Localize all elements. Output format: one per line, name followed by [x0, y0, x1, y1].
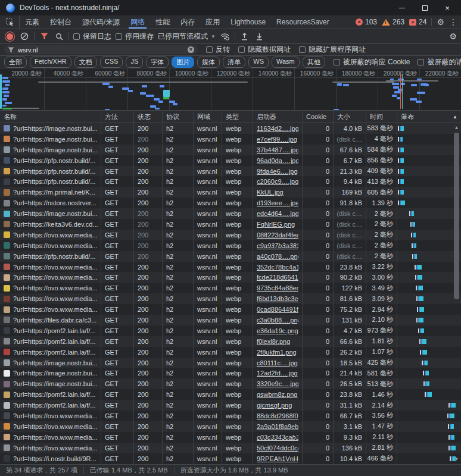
- initiator-link[interactable]: c03c3343cab3ee: [257, 434, 298, 441]
- preserve-log-checkbox[interactable]: 保留日志: [73, 32, 111, 42]
- request-row[interactable]: ?url=https://image.nostr.bui...GET200h2w…: [0, 368, 461, 378]
- column-header-名称[interactable]: 名称: [0, 111, 101, 123]
- request-row[interactable]: ?url=https://ovo.wxw.media...GET200h2wsr…: [0, 272, 461, 283]
- request-row[interactable]: ?url=https://pfp.nostr.build/...GET200h2…: [0, 166, 461, 177]
- checkbox-被屏蔽的请求[interactable]: 被屏蔽的请求: [418, 57, 461, 67]
- scroll-up-arrow[interactable]: ▲: [453, 124, 460, 131]
- checkbox-被屏蔽的响应 Cookie[interactable]: 被屏蔽的响应 Cookie: [334, 57, 410, 67]
- initiator-link[interactable]: 9735c84a88ed48: [257, 284, 298, 292]
- tab-ResourcesSaver[interactable]: ResourcesSaver: [271, 15, 335, 29]
- initiator-link[interactable]: gjcmsgf.png: [257, 402, 292, 409]
- request-row[interactable]: ?url=https://files.dabr.ca/c3...GET200h2…: [0, 315, 461, 325]
- export-har-icon[interactable]: [254, 31, 265, 42]
- column-header-协议[interactable]: 协议: [163, 111, 194, 123]
- clear-filter-icon[interactable]: ×: [188, 46, 194, 53]
- request-row[interactable]: ?url=https://i.nostr.build/9R...GET200h2…: [0, 453, 461, 464]
- settings-gear-icon[interactable]: ⚙: [437, 17, 444, 27]
- tab-性能[interactable]: 性能: [150, 15, 175, 29]
- tab-网络[interactable]: 网络: [125, 15, 150, 29]
- initiator-link[interactable]: 2f8ukfm1.png: [257, 349, 297, 356]
- request-row[interactable]: ?url=https://pfp.nostr.build/...GET200h2…: [0, 176, 461, 187]
- request-row[interactable]: ?url=https://m.primal.net/K...GET200h2ws…: [0, 187, 461, 198]
- clear-network-log-button[interactable]: [19, 31, 30, 42]
- request-row[interactable]: ?url=https://ovo.wxw.media...GET200h2wsr…: [0, 304, 461, 315]
- request-row[interactable]: ?url=https://image.nostr.bui...GET200h2w…: [0, 378, 461, 389]
- column-header-Cookie[interactable]: Cookie: [303, 111, 334, 123]
- initiator-link[interactable]: 9fda4e6….jpg: [257, 168, 298, 175]
- column-header-方法[interactable]: 方法: [101, 111, 134, 123]
- issues-badge[interactable]: ×24: [409, 18, 426, 26]
- chip-WS[interactable]: WS: [248, 57, 269, 68]
- request-row[interactable]: ?url=https://image.nostr.bui...GET200h2w…: [0, 358, 461, 368]
- request-row[interactable]: ?url=https://image.nostr.bui...GET200h2w…: [0, 134, 461, 145]
- throttling-dropdown[interactable]: 已停用节流模式▼: [158, 32, 216, 42]
- console-errors-badge[interactable]: ×103: [356, 18, 377, 26]
- request-row[interactable]: ?url=https://image.nostr.bui...GET200h2w…: [0, 123, 461, 134]
- network-overview-timeline[interactable]: 20000 毫秒40000 毫秒60000 毫秒80000 毫秒100000 毫…: [0, 68, 461, 111]
- initiator-link[interactable]: 50cf074ddc0ce9: [257, 444, 298, 452]
- chip-Wasm[interactable]: Wasm: [272, 57, 300, 68]
- column-header-瀑布[interactable]: 瀑布▲: [397, 111, 461, 123]
- scrollbar-thumb[interactable]: [454, 133, 459, 299]
- filter-input[interactable]: [18, 46, 184, 54]
- import-har-icon[interactable]: [239, 31, 250, 42]
- inspect-element-icon[interactable]: [4, 17, 15, 27]
- initiator-link[interactable]: FqNrlEG.png: [257, 221, 295, 228]
- column-header-类型[interactable]: 类型: [222, 111, 253, 123]
- tab-内存[interactable]: 内存: [175, 15, 200, 29]
- maximize-button[interactable]: [415, 1, 435, 14]
- initiator-link[interactable]: a40c078….png: [257, 253, 298, 260]
- request-row[interactable]: ?url=https://pfp.nostr.build/...GET200h2…: [0, 251, 461, 262]
- scroll-down-arrow[interactable]: ▼: [453, 456, 460, 463]
- initiator-link[interactable]: fcde218d6541c6: [257, 274, 298, 281]
- initiator-link[interactable]: qswbrn8z.png: [257, 391, 298, 398]
- column-header-状态[interactable]: 状态: [134, 111, 163, 123]
- request-row[interactable]: ?url=https://pomf2.lain.la/f/...GET200h2…: [0, 336, 461, 347]
- initiator-link[interactable]: e7cef99….jpg: [257, 136, 297, 143]
- filter-icon[interactable]: [39, 31, 49, 42]
- initiator-link[interactable]: c2060c9….jpg: [257, 178, 298, 185]
- initiator-link[interactable]: 0cad8864491fc0: [257, 306, 298, 313]
- request-row[interactable]: ?url=https://pomf2.lain.la/f/...GET200h2…: [0, 389, 461, 400]
- initiator-link[interactable]: 352dc78bc4a11e: [257, 264, 298, 271]
- chip-Fetch/XHR[interactable]: Fetch/XHR: [30, 57, 71, 68]
- request-row[interactable]: ?url=https://ovo.wxw.media...GET200h2wsr…: [0, 283, 461, 293]
- initiator-link[interactable]: d193eee….jpeg: [257, 199, 298, 206]
- chip-图片[interactable]: 图片: [172, 57, 194, 68]
- network-conditions-icon[interactable]: [220, 31, 230, 42]
- request-row[interactable]: ?url=https://image.nostr.bui...GET200h2w…: [0, 208, 461, 219]
- initiator-link[interactable]: KkUL.jpg: [257, 189, 284, 196]
- close-button[interactable]: ×: [437, 1, 457, 14]
- request-row[interactable]: ?url=https://ovo.wxw.media...GET200h2wsr…: [0, 230, 461, 240]
- initiator-link[interactable]: 12ad2fd….jpg: [257, 369, 298, 377]
- initiator-link[interactable]: 2a9a01f8a9eb2c: [257, 423, 298, 430]
- hide-extension-urls-checkbox[interactable]: 隐藏扩展程序网址: [299, 45, 366, 55]
- request-row[interactable]: ?url=https://ovo.wxw.media...GET200h2wsr…: [0, 432, 461, 443]
- chip-媒体[interactable]: 媒体: [197, 57, 220, 68]
- network-settings-gear-icon[interactable]: ⚙: [449, 32, 457, 41]
- initiator-link[interactable]: 37b4487….jpg: [257, 146, 298, 154]
- filter-input-pill[interactable]: ×: [4, 45, 198, 54]
- chip-字体[interactable]: 字体: [146, 57, 169, 68]
- initiator-link[interactable]: 08ff223daf4fea9: [257, 231, 298, 239]
- request-row[interactable]: ?url=https://nstore.nostrver...GET200h2w…: [0, 198, 461, 208]
- column-header-大小[interactable]: 大小: [334, 111, 366, 123]
- initiator-link[interactable]: f0iexl8r.png: [257, 338, 290, 345]
- column-header-网域[interactable]: 网域: [194, 111, 222, 123]
- initiator-link[interactable]: 9RPEAh1VnHdPz: [257, 455, 298, 462]
- request-row[interactable]: ?url=https://pomf2.lain.la/f/...GET200h2…: [0, 400, 461, 411]
- initiator-link[interactable]: edc4d64….jpg: [257, 210, 298, 217]
- column-header-启动器[interactable]: 启动器: [253, 111, 303, 123]
- tab-源代码/来源[interactable]: 源代码/来源: [77, 15, 125, 29]
- request-row[interactable]: ?url=https://ovo.wxw.media...GET200h2wsr…: [0, 240, 461, 251]
- chip-其他[interactable]: 其他: [303, 57, 325, 68]
- chip-JS[interactable]: JS: [126, 57, 143, 68]
- request-row[interactable]: ?url=https://ovo.wxw.media...GET200h2wsr…: [0, 411, 461, 421]
- initiator-link[interactable]: e36da19c.png: [257, 327, 298, 334]
- request-row[interactable]: ?url=https://ovo.wxw.media...GET200h2wsr…: [0, 443, 461, 453]
- minimize-button[interactable]: [392, 1, 412, 14]
- vertical-scrollbar[interactable]: ▲▼: [453, 123, 460, 464]
- invert-filter-checkbox[interactable]: 反转: [206, 45, 230, 55]
- hide-data-urls-checkbox[interactable]: 隐藏数据网址: [238, 45, 291, 55]
- request-row[interactable]: ?url=https://pfp.nostr.build/...GET200h2…: [0, 155, 461, 166]
